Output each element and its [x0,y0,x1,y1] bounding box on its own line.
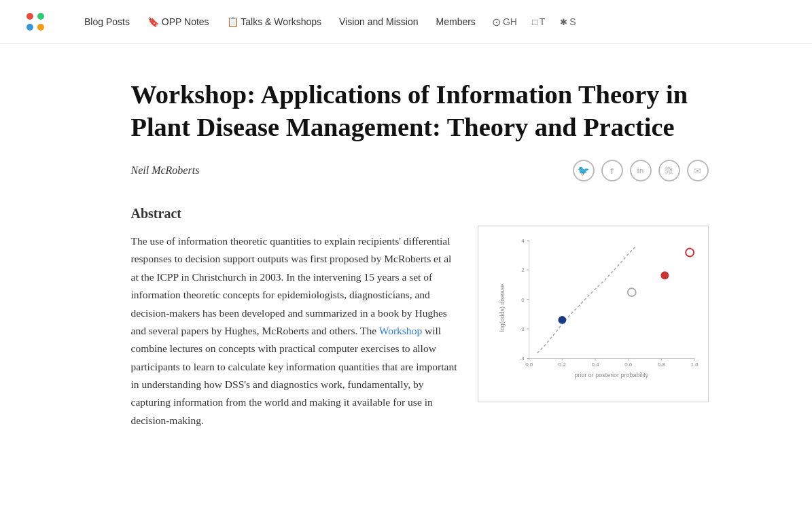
chart-wrapper: log(odds) disease 4 2 0 [478,226,709,402]
svg-text:prior or posterior probability: prior or posterior probability [574,372,648,379]
abstract-text-after-link: will combine lectures on concepts with p… [131,325,457,426]
svg-point-2 [27,24,33,31]
abstract-content: The use of information theoretic quantit… [131,232,709,429]
share-facebook[interactable]: f [601,160,623,181]
chart-svg: log(odds) disease 4 2 0 [499,233,701,383]
weibo-share-icon: 微 [665,164,673,177]
external-link-icon: 📋 [227,16,239,27]
twitter-share-icon: 🐦 [578,165,589,176]
nav-opp-notes[interactable]: 🔖 OPP Notes [141,12,216,31]
twitter-icon: □ [532,17,537,27]
share-email[interactable]: ✉ [687,160,709,181]
main-content: Workshop: Applications of Information Th… [50,44,763,470]
site-logo[interactable] [20,7,50,37]
abstract-heading: Abstract [131,206,709,222]
article-author: Neil McRoberts [131,164,200,177]
article-meta: Neil McRoberts 🐦 f in 微 ✉ [131,160,709,181]
social-share-bar: 🐦 f in 微 ✉ [573,160,709,181]
svg-text:0.2: 0.2 [558,362,566,368]
share-twitter[interactable]: 🐦 [573,160,595,181]
article-title: Workshop: Applications of Information Th… [131,78,688,143]
svg-point-3 [37,24,44,31]
share-linkedin[interactable]: in [630,160,652,181]
svg-text:4: 4 [521,238,525,244]
nav-links: Blog Posts 🔖 OPP Notes 📋 Talks & Worksho… [77,12,792,33]
linkedin-share-icon: in [637,166,644,175]
chart-dot-4 [686,249,694,257]
svg-point-1 [37,13,44,20]
svg-text:-4: -4 [519,355,525,362]
svg-text:0.0: 0.0 [525,362,533,368]
share-weibo[interactable]: 微 [658,160,680,181]
chart-dot-1 [558,316,566,324]
svg-text:1.0: 1.0 [690,362,699,368]
svg-text:-2: -2 [519,326,525,332]
chart-container: log(odds) disease 4 2 0 [478,226,709,402]
abstract-text-before-link: The use of information theoretic quantit… [131,235,452,336]
abstract-section: Abstract The use of information theoreti… [131,206,709,429]
nav-twitter[interactable]: □ T [527,12,550,31]
svg-text:log(odds) disease: log(odds) disease [499,284,506,332]
chart-dot-2 [627,288,635,296]
bookmark-icon: 🔖 [147,16,159,27]
svg-text:2: 2 [521,267,525,273]
svg-text:0: 0 [521,297,525,303]
main-nav: Blog Posts 🔖 OPP Notes 📋 Talks & Worksho… [0,0,812,44]
email-share-icon: ✉ [694,166,701,176]
nav-members[interactable]: Members [429,12,482,31]
nav-vision-mission[interactable]: Vision and Mission [332,12,425,31]
svg-text:0.4: 0.4 [591,362,599,368]
facebook-share-icon: f [610,166,613,176]
chart-dot-3 [660,271,669,279]
svg-text:0.6: 0.6 [624,362,633,368]
nav-settings[interactable]: ✱ S [554,12,581,31]
svg-text:0.8: 0.8 [657,362,665,368]
abstract-text: The use of information theoretic quantit… [131,232,457,429]
nav-talks-workshops[interactable]: 📋 Talks & Workshops [220,12,328,31]
nav-github[interactable]: ⊙ GH [487,12,523,33]
svg-point-0 [27,13,33,20]
nav-blog-posts[interactable]: Blog Posts [77,12,137,31]
settings-icon: ✱ [560,17,567,27]
workshop-link[interactable]: Workshop [379,325,422,336]
github-icon: ⊙ [492,16,501,29]
